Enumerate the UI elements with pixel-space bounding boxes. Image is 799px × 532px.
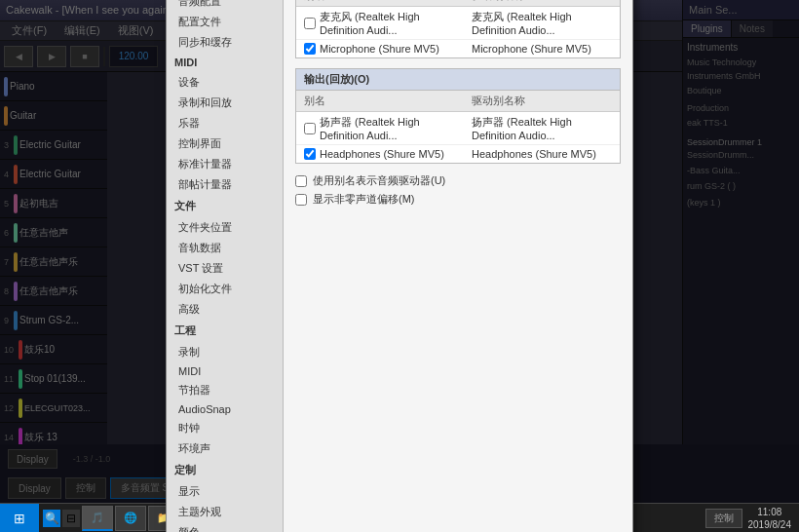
- tray-bottom-1[interactable]: 控制: [705, 509, 742, 528]
- sidebar-item-clock[interactable]: 时钟: [167, 418, 283, 438]
- input-device-row-2: Microphone (Shure MV5) Microphone (Shure…: [296, 40, 620, 58]
- output-device-name-1[interactable]: 扬声器 (Realtek High Definition Audi...: [296, 112, 464, 145]
- sidebar-item-instrument[interactable]: 乐器: [167, 113, 283, 133]
- sidebar-item-midi-record[interactable]: 录制和回放: [167, 93, 283, 113]
- modal-overlay: 参数设置 ✕ 音频 设备 驱动设置 录制和回放 音频配置 配置文件 同步和缓存 …: [0, 0, 799, 503]
- sidebar-item-meter2[interactable]: 部帖计量器: [167, 174, 283, 195]
- taskbar-taskview-icon[interactable]: ⊟: [62, 510, 80, 527]
- tray-time: 11:08 2019/8/24: [748, 506, 792, 531]
- tray-date-value: 2019/8/24: [748, 518, 792, 531]
- bottom-options: 使用别名表示音频驱动器(U) 显示非零声道偏移(M): [295, 173, 621, 207]
- dialog-body: 音频 设备 驱动设置 录制和回放 音频配置 配置文件 同步和缓存 MIDI 设备…: [167, 0, 632, 532]
- sidebar-item-theme[interactable]: 主题外观: [167, 502, 283, 522]
- settings-dialog: 参数设置 ✕ 音频 设备 驱动设置 录制和回放 音频配置 配置文件 同步和缓存 …: [166, 0, 633, 532]
- output-device-row-2: Headphones (Shure MV5) Headphones (Shure…: [296, 145, 620, 164]
- output-device-table: 别名 驱动别名称 扬声器 (Realtek High Definition Au…: [296, 91, 620, 163]
- col-alias: 别名: [296, 0, 464, 7]
- sidebar-item-init-file[interactable]: 初始化文件: [167, 279, 283, 299]
- sidebar-item-color[interactable]: 颜色: [167, 522, 283, 532]
- taskbar-item-edge[interactable]: 🌐: [115, 506, 146, 531]
- sidebar-item-config-file[interactable]: 配置文件: [167, 12, 283, 32]
- input-checkbox-1[interactable]: [304, 18, 316, 29]
- sidebar-item-display[interactable]: 显示: [167, 481, 283, 502]
- input-device-name-2[interactable]: Microphone (Shure MV5): [296, 40, 464, 58]
- sidebar-item-metronome[interactable]: 节拍器: [167, 380, 283, 400]
- input-driver-2: Microphone (Shure MV5): [464, 40, 620, 58]
- input-device-name-1[interactable]: 麦克风 (Realtek High Definition Audi...: [296, 7, 464, 40]
- taskbar-item-label: 🎵: [91, 512, 104, 524]
- input-device-row-1: 麦克风 (Realtek High Definition Audi... 麦克风…: [296, 7, 620, 40]
- tray-time-display: 11:08 2019/8/24: [748, 506, 792, 531]
- sidebar-category-custom: 定制: [167, 459, 283, 481]
- sidebar-item-meter1[interactable]: 标准计量器: [167, 154, 283, 174]
- taskbar-search-icon[interactable]: 🔍: [43, 510, 60, 527]
- tray-time-value: 11:08: [748, 506, 792, 518]
- option-label-1: 使用别名表示音频驱动器(U): [313, 173, 445, 188]
- taskbar-tray: 控制 11:08 2019/8/24: [698, 506, 800, 531]
- output-device-row-1: 扬声器 (Realtek High Definition Audi... 扬声器…: [296, 112, 620, 145]
- sidebar-item-proj-midi[interactable]: MIDI: [167, 362, 283, 380]
- sidebar-item-folder[interactable]: 文件夹位置: [167, 217, 283, 238]
- input-checkbox-2[interactable]: [304, 43, 316, 55]
- sidebar-category-project: 工程: [167, 320, 283, 342]
- sidebar-item-midi-device[interactable]: 设备: [167, 72, 283, 93]
- input-device-table: 别名 驱动别名称 麦克风 (Realtek High Definition Au…: [296, 0, 620, 57]
- output-driver-1: 扬声器 (Realtek High Definition Audio...: [464, 112, 620, 145]
- taskbar-item-cakewalk[interactable]: 🎵: [82, 506, 113, 531]
- taskbar-bottom-controls: 控制: [705, 509, 742, 528]
- option-label-2: 显示非零声道偏移(M): [313, 192, 415, 207]
- input-device-section: 输入(录音)(I) 别名 驱动别名称: [295, 0, 621, 58]
- output-device-section: 输出(回放)(O) 别名 驱动别名称: [295, 68, 621, 164]
- sidebar-item-vst[interactable]: VST 设置: [167, 258, 283, 279]
- option-checkbox-2[interactable]: [295, 194, 307, 206]
- output-device-name-2[interactable]: Headphones (Shure MV5): [296, 145, 464, 164]
- col-driver: 驱动别名称: [464, 0, 620, 7]
- sidebar-item-audio-config[interactable]: 音频配置: [167, 0, 283, 12]
- sidebar-item-audio-data[interactable]: 音轨数据: [167, 238, 283, 258]
- option-row-1: 使用别名表示音频驱动器(U): [295, 173, 621, 188]
- sidebar-category-file: 文件: [167, 195, 283, 217]
- out-col-alias: 别名: [296, 91, 464, 112]
- sidebar-item-audiosnap[interactable]: AudioSnap: [167, 400, 283, 418]
- output-checkbox-1[interactable]: [304, 123, 316, 134]
- sidebar-category-midi: MIDI: [167, 53, 283, 72]
- sidebar-item-advanced-file[interactable]: 高级: [167, 299, 283, 320]
- output-checkbox-2[interactable]: [304, 148, 316, 160]
- dialog-main-content: 选择音频录制和回放设备 选择/取消选择一个选项可以启用/禁用一个驱动. 点击名称…: [284, 0, 632, 532]
- sidebar-item-rec[interactable]: 录制: [167, 342, 283, 362]
- output-section-header: 输出(回放)(O): [296, 69, 620, 91]
- option-row-2: 显示非零声道偏移(M): [295, 192, 621, 207]
- sidebar-item-ambient[interactable]: 环境声: [167, 438, 283, 459]
- input-driver-1: 麦克风 (Realtek High Definition Audio...: [464, 7, 620, 40]
- output-driver-2: Headphones (Shure MV5): [464, 145, 620, 164]
- option-checkbox-1[interactable]: [295, 175, 307, 187]
- out-col-driver: 驱动别名称: [464, 91, 620, 112]
- sidebar-item-control-surface[interactable]: 控制界面: [167, 133, 283, 154]
- dialog-sidebar: 音频 设备 驱动设置 录制和回放 音频配置 配置文件 同步和缓存 MIDI 设备…: [167, 0, 284, 532]
- start-button[interactable]: ⊞: [0, 504, 39, 532]
- sidebar-item-sync[interactable]: 同步和缓存: [167, 32, 283, 53]
